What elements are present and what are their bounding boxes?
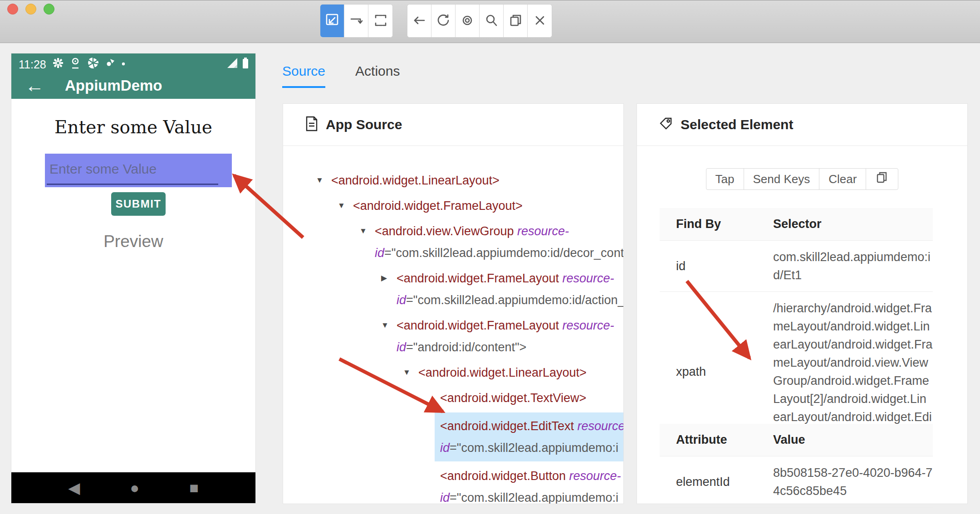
device-screenshot[interactable]: 11:28: [11, 53, 255, 503]
table-cell-key: elementId: [660, 456, 773, 508]
tag-icon: [659, 116, 673, 133]
window-titlebar: [0, 0, 980, 43]
expand-icon[interactable]: ▶: [381, 267, 395, 289]
selected-element-header: Selected Element: [637, 104, 967, 146]
table-cell-key: id: [660, 241, 773, 292]
phone-app-bar: ← AppiumDemo: [11, 74, 255, 99]
tap-by-coordinates-icon: [372, 12, 389, 30]
swipe-by-coordinates-icon: [348, 12, 365, 30]
phone-app-title: AppiumDemo: [65, 77, 162, 94]
select-elements-icon: [323, 12, 341, 30]
table-row: elementId8b508158-27e0-4020-b964-74c56c8…: [660, 456, 933, 508]
source-tree: ▼<android.widget.LinearLayout>▼<android.…: [283, 146, 623, 504]
find-by-table: Find BySelectoridcom.skill2lead.appiumde…: [660, 208, 933, 452]
collapse-icon[interactable]: ▼: [359, 220, 373, 242]
tree-node-text-selected: <android.widget.EditText resourceid="com…: [435, 412, 623, 461]
collapse-icon[interactable]: ▼: [403, 362, 416, 383]
attribute-table: AttributeValueelementId8b508158-27e0-402…: [660, 424, 933, 508]
tree-node[interactable]: ▼<android.widget.FrameLayout>: [283, 195, 623, 217]
table-cell-value: 8b508158-27e0-4020-b964-74c56c85be45: [773, 456, 933, 508]
sparkle-icon: [105, 58, 115, 70]
app-source-title: App Source: [326, 117, 402, 132]
select-elements-button[interactable]: [320, 5, 344, 37]
back-button[interactable]: [407, 5, 431, 37]
copy-icon: [507, 12, 524, 30]
input-underline: [47, 184, 218, 185]
tree-node[interactable]: ▼<android.view.ViewGroup resource-id="co…: [283, 220, 623, 264]
back-icon: [411, 12, 428, 30]
android-recents-icon[interactable]: ■: [189, 479, 199, 497]
selected-element-title: Selected Element: [681, 117, 793, 132]
tree-node-text: <android.widget.LinearLayout>: [418, 362, 623, 383]
collapse-icon[interactable]: ▼: [316, 170, 329, 191]
record-button[interactable]: [456, 5, 480, 37]
gear-icon: [52, 57, 64, 71]
copy-source-button[interactable]: [504, 5, 528, 37]
collapse-icon[interactable]: ▼: [338, 195, 351, 217]
android-back-icon[interactable]: ◀: [68, 479, 80, 497]
search-icon: [483, 12, 500, 30]
phone-status-bar: 11:28: [11, 56, 255, 72]
location-icon: [70, 57, 81, 71]
dot-icon: [121, 60, 126, 68]
tree-node-text: <android.widget.FrameLayout>: [353, 195, 623, 217]
table-header-cell: Selector: [773, 208, 933, 241]
android-home-icon[interactable]: ●: [130, 479, 140, 497]
phone-preview-label: Preview: [11, 232, 255, 251]
selected-element-panel: Selected Element Tap Send Keys Clear Fin…: [637, 103, 968, 504]
refresh-icon: [435, 12, 452, 30]
interaction-mode-toolbar: [320, 4, 393, 38]
phone-back-icon[interactable]: ←: [25, 75, 44, 96]
battery-icon: [242, 57, 249, 71]
app-source-header: App Source: [283, 104, 623, 146]
phone-submit-button[interactable]: SUBMIT: [111, 192, 166, 216]
tree-node[interactable]: ▶<android.widget.FrameLayout resource-id…: [283, 267, 623, 311]
search-button[interactable]: [480, 5, 504, 37]
tree-node[interactable]: ▼<android.widget.LinearLayout>: [283, 362, 623, 383]
tree-node[interactable]: ▼<android.widget.LinearLayout>: [283, 170, 623, 191]
tree-node-text: <android.widget.TextView>: [440, 387, 623, 409]
inspector-tabs: Source Actions: [282, 63, 400, 88]
traffic-lights: [7, 4, 54, 15]
tree-node-text: <android.view.ViewGroup resource-id="com…: [375, 220, 623, 264]
refresh-button[interactable]: [431, 5, 456, 37]
quit-session-button[interactable]: [528, 5, 552, 37]
tree-node-text: <android.widget.FrameLayout resource-id=…: [397, 267, 623, 311]
collapse-icon[interactable]: ▼: [381, 315, 395, 336]
tab-source[interactable]: Source: [282, 63, 325, 88]
record-icon: [459, 12, 476, 30]
session-toolbar: [407, 4, 552, 38]
signal-icon: [226, 57, 238, 71]
status-time: 11:28: [19, 58, 46, 71]
table-row: idcom.skill2lead.appiumdemo:id/Et1: [660, 241, 933, 292]
tree-node[interactable]: <android.widget.Button resource-id="com.…: [283, 465, 623, 504]
tree-node-text: <android.widget.LinearLayout>: [331, 170, 623, 191]
tab-actions[interactable]: Actions: [355, 63, 400, 88]
tree-node[interactable]: <android.widget.EditText resourceid="com…: [283, 412, 623, 461]
close-window-button[interactable]: [7, 4, 18, 15]
send-keys-button[interactable]: Send Keys: [744, 168, 820, 190]
table-header-cell: Find By: [660, 208, 773, 241]
shutter-icon: [87, 57, 99, 71]
phone-nav-bar: ◀ ● ■: [11, 472, 255, 503]
tree-node[interactable]: ▼<android.widget.FrameLayout resource-id…: [283, 315, 623, 358]
table-header-cell: Attribute: [660, 424, 773, 456]
copy-icon: [875, 170, 889, 188]
copy-attributes-button[interactable]: [866, 168, 898, 190]
file-text-icon: [305, 116, 318, 133]
swipe-by-coordinates-button[interactable]: [344, 5, 368, 37]
minimize-window-button[interactable]: [25, 4, 36, 15]
tap-by-coordinates-button[interactable]: [368, 5, 392, 37]
quit-icon: [531, 12, 549, 30]
app-source-panel: App Source ▼<android.widget.LinearLayout…: [283, 103, 624, 504]
table-header-cell: Value: [773, 424, 933, 456]
tree-node-text: <android.widget.FrameLayout resource-id=…: [397, 315, 623, 358]
zoom-window-button[interactable]: [44, 4, 54, 15]
tap-button[interactable]: Tap: [706, 168, 744, 190]
tree-node[interactable]: <android.widget.TextView>: [283, 387, 623, 409]
phone-app-header: 11:28: [11, 53, 255, 99]
table-cell-value: com.skill2lead.appiumdemo:id/Et1: [773, 241, 933, 292]
clear-button[interactable]: Clear: [819, 168, 866, 190]
phone-heading: Enter some Value: [11, 117, 255, 137]
phone-value-input[interactable]: [45, 154, 232, 187]
